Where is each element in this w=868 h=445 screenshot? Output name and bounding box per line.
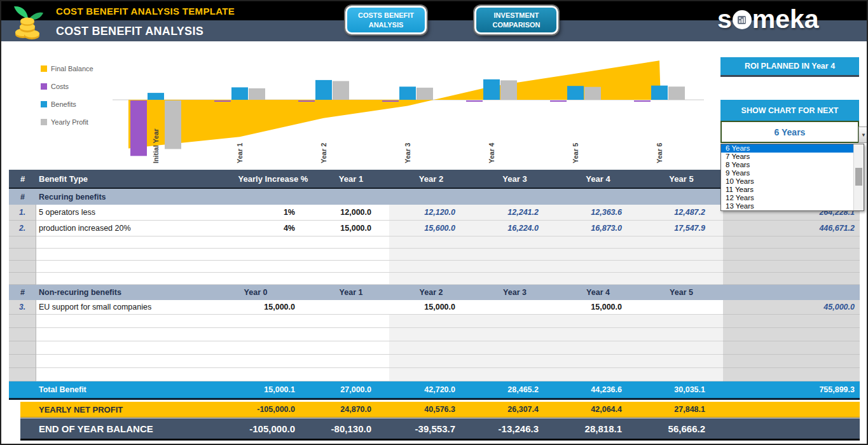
section-year-header [389, 189, 473, 205]
empty-name-cell[interactable] [36, 368, 198, 381]
empty-value-cell[interactable] [313, 236, 389, 249]
dropdown-option[interactable]: 8 Years [721, 161, 864, 169]
dropdown-option[interactable]: 12 Years [721, 194, 864, 202]
input-value-cell[interactable] [313, 300, 389, 315]
empty-name-cell[interactable] [36, 261, 198, 273]
total-benefit-value: 44,236.6 [556, 381, 640, 398]
table-row [9, 328, 860, 341]
empty-value-cell[interactable] [313, 328, 389, 341]
empty-value-cell[interactable] [198, 249, 313, 261]
column-header: Year 4 [556, 170, 640, 188]
dropdown-option[interactable]: 9 Years [721, 169, 864, 177]
table-row [9, 273, 860, 285]
years-dropdown-value[interactable]: 6 Years [720, 121, 859, 143]
benefit-name-cell[interactable]: EU support for small companies [36, 300, 198, 315]
empty-value-cell [556, 261, 640, 273]
empty-value-cell[interactable] [313, 273, 389, 285]
empty-name-cell[interactable] [36, 249, 198, 261]
empty-value-cell[interactable] [198, 236, 313, 249]
empty-value-cell [473, 341, 556, 355]
dropdown-arrow-button[interactable]: ▼ [858, 127, 868, 143]
dropdown-option[interactable]: 11 Years [721, 186, 864, 194]
formula-value-cell: 16,224.0 [473, 221, 556, 236]
total-row-spacer [9, 381, 36, 398]
empty-name-cell[interactable] [36, 341, 198, 355]
empty-value-cell[interactable] [313, 341, 389, 355]
empty-value-cell[interactable] [198, 328, 313, 341]
dropdown-scrollbar[interactable] [853, 144, 864, 210]
table-row [9, 315, 860, 328]
empty-value-cell[interactable] [313, 355, 389, 368]
band-end-spacer [723, 418, 860, 439]
empty-value-cell[interactable] [198, 368, 313, 381]
empty-value-cell[interactable] [198, 261, 313, 273]
dropdown-option[interactable]: 10 Years [721, 177, 864, 186]
empty-name-cell[interactable] [36, 273, 198, 285]
empty-value-cell[interactable] [198, 273, 313, 285]
empty-value-cell[interactable] [313, 261, 389, 273]
chart-legend: Final BalanceCostsBenefitsYearly Profit [41, 65, 93, 136]
input-value-cell[interactable]: 15,000.0 [198, 300, 313, 315]
benefit-name-cell[interactable]: 5 operators less [36, 205, 198, 221]
input-value-cell[interactable]: 1% [198, 205, 313, 221]
empty-name-cell[interactable] [36, 315, 198, 328]
table-row [9, 236, 860, 249]
dropdown-scrollbar-thumb[interactable] [855, 168, 862, 186]
input-value-cell[interactable] [473, 300, 556, 315]
section-year-header [556, 189, 640, 205]
empty-value-cell [389, 236, 473, 249]
empty-value-cell [640, 273, 723, 285]
row-number-cell [9, 249, 36, 261]
row-total-cell [723, 328, 860, 341]
table-row: #Non-recuring benefitsYear 0Year 1Year 2… [9, 285, 860, 300]
input-value-cell[interactable]: 4% [198, 221, 313, 236]
input-value-cell[interactable]: 15,000.0 [389, 300, 473, 315]
row-total-cell: 446,671.2 [723, 221, 860, 236]
yearly-net-profit-row: YEARLY NET PROFIT-105,000.024,870.040,57… [20, 402, 860, 418]
legend-label: Final Balance [51, 65, 93, 72]
table-row: Total Benefit15,000.127,000.042,720.028,… [9, 381, 860, 400]
dropdown-option[interactable]: 13 Years [721, 202, 864, 210]
row-total-cell [723, 355, 860, 368]
empty-value-cell[interactable] [313, 368, 389, 381]
input-value-cell[interactable] [640, 300, 723, 315]
empty-value-cell[interactable] [198, 315, 313, 328]
total-benefit-value: 42,720.0 [389, 381, 473, 398]
input-value-cell[interactable]: 15,000.0 [556, 300, 640, 315]
legend-label: Benefits [51, 100, 76, 108]
end-of-year-balance-value: -39,553.7 [389, 418, 473, 439]
empty-name-cell[interactable] [36, 355, 198, 368]
empty-value-cell[interactable] [198, 341, 313, 355]
empty-name-cell[interactable] [36, 236, 198, 249]
input-value-cell[interactable]: 15,000.0 [313, 221, 389, 236]
section-year-header [198, 189, 313, 205]
band-spacer [20, 418, 36, 439]
empty-value-cell[interactable] [313, 249, 389, 261]
total-benefit-value: 30,035.1 [640, 381, 723, 398]
empty-value-cell [640, 355, 723, 368]
empty-value-cell[interactable] [198, 355, 313, 368]
costs-benefit-analysis-button[interactable]: COSTS BENEFIT ANALYSIS [345, 6, 427, 34]
cost-benefit-analysis-sheet: COST BENEFIT ANALYSIS TEMPLATE COST BENE… [0, 0, 868, 445]
benefit-name-cell[interactable]: production increased 20% [36, 221, 198, 236]
row-number-cell [9, 261, 36, 273]
row-total-cell [723, 261, 860, 273]
row-total-cell [723, 249, 860, 261]
empty-name-cell[interactable] [36, 328, 198, 341]
empty-value-cell [473, 355, 556, 368]
input-value-cell[interactable]: 12,000.0 [313, 205, 389, 221]
empty-value-cell [473, 368, 556, 381]
empty-value-cell [640, 236, 723, 249]
legend-swatch [41, 119, 47, 125]
empty-value-cell[interactable] [313, 315, 389, 328]
investment-comparison-button[interactable]: INVESTMENT COMPARISON [474, 6, 558, 34]
total-benefit-value: 15,000.1 [198, 381, 313, 398]
end-of-year-balance-label: END OF YEAR BALANCE [36, 418, 198, 439]
end-of-year-balance-value: 28,818.1 [556, 418, 640, 439]
dropdown-option[interactable]: 6 Years [721, 144, 864, 153]
roi-planned-button[interactable]: ROI PLANNED IN Year 4 [720, 57, 859, 77]
dropdown-option[interactable]: 7 Years [721, 153, 864, 161]
table-row [9, 261, 860, 273]
empty-value-cell [556, 368, 640, 381]
show-chart-for-next-button[interactable]: SHOW CHART FOR NEXT [720, 100, 859, 121]
